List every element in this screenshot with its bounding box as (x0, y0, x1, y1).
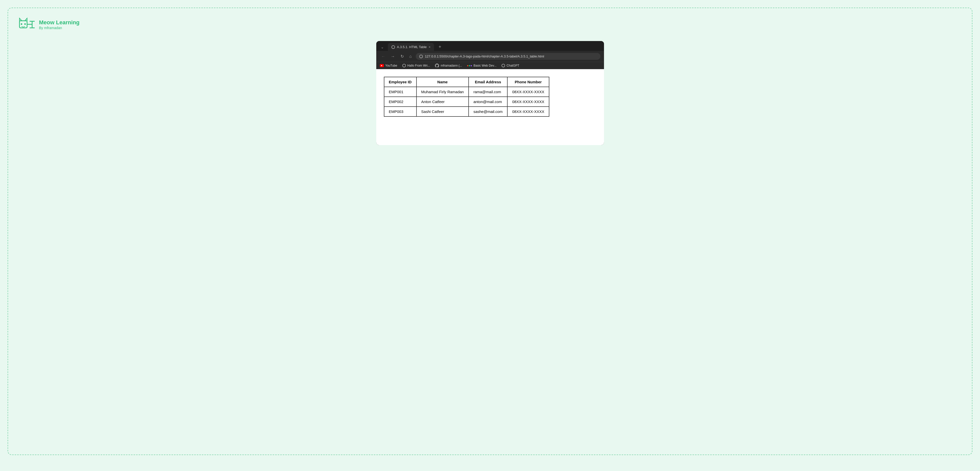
cell-name-1: Anton Catfeer (417, 97, 469, 107)
tab-globe-icon (391, 45, 395, 49)
bookmark-youtube[interactable]: YouTube (380, 64, 397, 67)
logo-text: Meow Learning By mframadan (39, 19, 80, 30)
table-row: EMP002Anton Catfeeranton@mail.com08XX-XX… (384, 97, 549, 107)
cell-phone-0: 08XX-XXXX-XXXX (508, 87, 549, 97)
hallo-icon (402, 64, 406, 67)
cell-email-0: rama@mail.com (469, 87, 508, 97)
logo-subtitle: By mframadan (39, 26, 80, 30)
forward-button[interactable]: → (390, 53, 396, 60)
browser-content: Employee ID Name Email Address Phone Num… (376, 69, 604, 145)
cell-email-1: anton@mail.com (469, 97, 508, 107)
address-bar[interactable]: 127.0.0.1:5500/chapter-A.3-tags-pada-htm… (416, 53, 600, 60)
browser-window: ⌄ A.3.5.1. HTML Table × + ← → ↻ ⌂ 127.0.… (376, 41, 604, 145)
figma-icon (467, 65, 472, 66)
svg-point-8 (24, 23, 26, 25)
bookmark-github-label: mframadann (... (441, 64, 462, 67)
bookmark-hallo[interactable]: Hallo From Wri... (402, 64, 430, 67)
col-header-name: Name (417, 77, 469, 87)
bookmark-chatgpt[interactable]: ChatGPT (501, 64, 519, 67)
tab-bar: ⌄ A.3.5.1. HTML Table × + (376, 41, 604, 51)
bookmark-github[interactable]: mframadann (... (435, 64, 462, 68)
new-tab-button[interactable]: + (436, 43, 444, 51)
table-row: EMP001Muhamad Firly Ramadanrama@mail.com… (384, 87, 549, 97)
outer-wrapper: Meow Learning By mframadan ⌄ A.3.5.1. HT… (8, 8, 972, 455)
nav-bar: ← → ↻ ⌂ 127.0.0.1:5500/chapter-A.3-tags-… (376, 51, 604, 62)
cell-name-0: Muhamad Firly Ramadan (417, 87, 469, 97)
github-icon (435, 64, 439, 68)
reload-button[interactable]: ↻ (399, 53, 406, 60)
col-header-phone: Phone Number (508, 77, 549, 87)
svg-point-7 (21, 23, 22, 25)
bookmarks-bar: YouTube Hallo From Wri... mframadann (..… (376, 62, 604, 69)
table-row: EMP003Sashi Catfeersashe@mail.com08XX-XX… (384, 107, 549, 117)
cell-phone-1: 08XX-XXXX-XXXX (508, 97, 549, 107)
col-header-id: Employee ID (384, 77, 417, 87)
logo-area: Meow Learning By mframadan (18, 16, 962, 34)
tab-chevron-icon[interactable]: ⌄ (379, 44, 386, 50)
cell-id-1: EMP002 (384, 97, 417, 107)
logo-icon (18, 16, 36, 34)
back-button[interactable]: ← (380, 53, 387, 60)
address-lock-icon (419, 55, 423, 58)
active-tab[interactable]: A.3.5.1. HTML Table × (388, 43, 434, 51)
youtube-icon (380, 64, 384, 67)
tab-title: A.3.5.1. HTML Table (397, 45, 427, 49)
employee-table: Employee ID Name Email Address Phone Num… (384, 77, 549, 117)
address-text: 127.0.0.1:5500/chapter-A.3-tags-pada-htm… (425, 54, 544, 58)
bookmark-chatgpt-label: ChatGPT (507, 64, 519, 67)
chatgpt-icon (501, 64, 505, 67)
bookmark-hallo-label: Hallo From Wri... (407, 64, 430, 67)
home-button[interactable]: ⌂ (408, 53, 414, 60)
table-header-row: Employee ID Name Email Address Phone Num… (384, 77, 549, 87)
bookmark-figma[interactable]: Basic Web Dev... (467, 64, 496, 67)
cell-phone-2: 08XX-XXXX-XXXX (508, 107, 549, 117)
cell-id-0: EMP001 (384, 87, 417, 97)
cell-id-2: EMP003 (384, 107, 417, 117)
col-header-email: Email Address (469, 77, 508, 87)
cell-email-2: sashe@mail.com (469, 107, 508, 117)
bookmark-figma-label: Basic Web Dev... (473, 64, 496, 67)
tab-close-button[interactable]: × (429, 45, 430, 49)
bookmark-youtube-label: YouTube (385, 64, 397, 67)
logo-title: Meow Learning (39, 19, 80, 26)
cell-name-2: Sashi Catfeer (417, 107, 469, 117)
